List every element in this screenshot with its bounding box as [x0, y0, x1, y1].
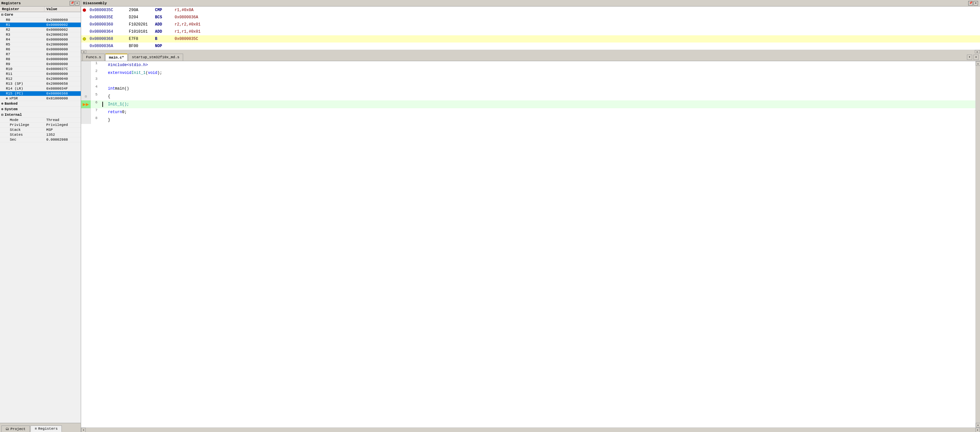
disasm-addr-2: 0x0800035E — [88, 15, 127, 20]
expand-core-icon: ⊟ — [1, 13, 3, 17]
disasm-addr-1: 0x0800035C — [88, 8, 127, 13]
disasm-row-4[interactable]: 0x08000364 F1010101 ADD r1,r1,#0x01 — [81, 28, 980, 35]
expand-system-icon: ⊕ — [1, 108, 3, 111]
tab-main-c-label: main.c* — [109, 56, 124, 59]
reg-r10[interactable]: R100x0800037C — [0, 67, 81, 72]
reg-r9[interactable]: R90x00000000 — [0, 62, 81, 67]
disasm-row-5[interactable]: 0x08000368 E7F8 B 0x0800035C — [81, 35, 980, 43]
disasm-row-3[interactable]: 0x08000360 F1020201 ADD r2,r2,#0x01 — [81, 21, 980, 28]
tab-registers[interactable]: ≡ Registers — [30, 426, 62, 432]
reg-r4[interactable]: R40x00000000 — [0, 37, 81, 42]
reg-r1-name: R1 — [0, 22, 45, 27]
group-internal-label: Internal — [5, 113, 22, 117]
reg-stack[interactable]: StackMSP — [0, 128, 81, 132]
editor-scroll-right[interactable]: ▸ — [975, 428, 980, 432]
reg-r12-name: R12 — [0, 77, 45, 81]
reg-r0-value: 0x20000060 — [45, 18, 81, 22]
reg-r8-value: 0x00000000 — [45, 57, 81, 62]
reg-r6-value: 0x00000000 — [45, 47, 81, 52]
reg-r11[interactable]: R110x00000000 — [0, 72, 81, 77]
cursor-indicator — [102, 102, 103, 107]
editor-scroll-left[interactable]: ◂ — [81, 428, 86, 432]
tab-bar-controls: ▾ ✕ — [967, 54, 979, 60]
v-scroll-track[interactable] — [976, 66, 980, 423]
reg-r3-value: 0x20000260 — [45, 32, 81, 37]
reg-r3[interactable]: R30x20000260 — [0, 32, 81, 37]
line-2-void: void — [122, 71, 132, 75]
disasm-bytes-1: 290A — [127, 8, 153, 13]
line-gutter-8 — [81, 116, 91, 124]
editor-tabs-bar: Funcs.s main.c* startup_stm32f10x_md.s ▾… — [81, 53, 980, 61]
reg-sec[interactable]: Sec0.00002988 — [0, 137, 81, 142]
reg-r12[interactable]: R120x20000040 — [0, 77, 81, 81]
disasm-addr-4: 0x08000364 — [88, 29, 127, 34]
group-internal[interactable]: ⊟Internal — [0, 112, 81, 118]
right-panel: Disassembly 📌 ✕ 0x0800035C 290A CMP r1,#… — [81, 0, 980, 432]
reg-r14[interactable]: R14 (LR)0x0800034F — [0, 86, 81, 91]
reg-r0[interactable]: R00x20000060 — [0, 18, 81, 22]
reg-r2-value: 0x00000002 — [45, 27, 81, 32]
code-area[interactable]: 1 #include<stdio.h> 2 extern void — [81, 61, 975, 427]
reg-states[interactable]: States1352 — [0, 132, 81, 137]
reg-r5[interactable]: R50x20000000 — [0, 42, 81, 47]
tab-startup[interactable]: startup_stm32f10x_md.s — [128, 54, 183, 61]
line-content-3 — [105, 77, 975, 85]
group-banked[interactable]: ⊕Banked — [0, 101, 81, 107]
reg-xpsr-name: ⊕xPSR — [0, 96, 45, 101]
pin-button[interactable]: 📌 — [70, 1, 74, 6]
line-num-5: 5 — [91, 92, 99, 100]
reg-mode[interactable]: ModeThread — [0, 118, 81, 123]
line-content-6: Init_1(); — [105, 100, 975, 108]
disasm-pin-button[interactable]: 📌 — [968, 1, 973, 6]
disassembly-section: Disassembly 📌 ✕ 0x0800035C 290A CMP r1,#… — [81, 0, 980, 53]
reg-r2[interactable]: R20x00000002 — [0, 27, 81, 32]
group-system[interactable]: ⊕System — [0, 107, 81, 112]
disasm-operands-2: 0x0800036A — [173, 15, 200, 20]
editor-hscroll-track[interactable] — [86, 428, 975, 432]
tab-funcs-s[interactable]: Funcs.s — [83, 54, 105, 61]
breakpoint-icon-1 — [83, 8, 86, 12]
line-gutter-1 — [81, 61, 91, 69]
v-scroll-up[interactable]: ▴ — [976, 61, 980, 66]
reg-r6[interactable]: R60x00000000 — [0, 47, 81, 52]
reg-r15[interactable]: R15 (PC)0x08000368 — [0, 91, 81, 96]
disasm-row-1[interactable]: 0x0800035C 290A CMP r1,#0x0A — [81, 6, 980, 14]
line-gutter2-1 — [99, 61, 105, 69]
reg-r7[interactable]: R70x00000000 — [0, 52, 81, 57]
col-register: Register — [0, 6, 45, 12]
reg-r7-name: R7 — [0, 52, 45, 57]
reg-r8[interactable]: R80x00000000 — [0, 57, 81, 62]
tab-main-c[interactable]: main.c* — [105, 54, 127, 61]
reg-r13[interactable]: R13 (SP)0x20000658 — [0, 81, 81, 86]
reg-r6-name: R6 — [0, 47, 45, 52]
line-gutter2-4 — [99, 85, 105, 92]
tab-project[interactable]: 🗂 Project — [1, 426, 30, 432]
titlebar-buttons: 📌 ✕ — [70, 1, 80, 6]
line-2-func: Init_1 — [132, 71, 145, 75]
close-button[interactable]: ✕ — [75, 1, 80, 6]
group-core[interactable]: ⊟Core — [0, 12, 81, 18]
disasm-hscrollbar[interactable] — [86, 50, 975, 53]
line-gutter-6: ▶▶ — [81, 100, 91, 108]
disasm-close-button[interactable]: ✕ — [974, 1, 978, 6]
disasm-scroll-left[interactable]: ◂ — [81, 50, 86, 53]
disassembly-controls: 📌 ✕ — [968, 1, 978, 6]
disasm-scroll-right[interactable]: ▸ — [975, 50, 980, 53]
fold-icon-5[interactable]: ⊟ — [85, 94, 87, 99]
tab-dropdown-button[interactable]: ▾ — [967, 54, 972, 60]
registers-panel: Registers 📌 ✕ Register Value ⊟Core — [0, 0, 81, 432]
reg-r5-name: R5 — [0, 42, 45, 47]
reg-r1[interactable]: R10x00000002 — [0, 22, 81, 27]
disasm-mnemonic-5: B — [153, 37, 173, 41]
col-value: Value — [45, 6, 81, 12]
reg-xpsr[interactable]: ⊕xPSR0x81000000 — [0, 96, 81, 101]
v-scroll-down[interactable]: ▾ — [976, 423, 980, 427]
reg-privilege[interactable]: PrivilegePrivileged — [0, 123, 81, 128]
disasm-bytes-4: F1010101 — [127, 29, 153, 34]
tab-close-button[interactable]: ✕ — [974, 54, 979, 60]
reg-r13-value: 0x20000658 — [45, 81, 81, 86]
code-line-8: 8 } — [81, 116, 975, 124]
disasm-row-6[interactable]: 0x0800036A BF00 NOP — [81, 43, 980, 50]
disasm-row-2[interactable]: 0x0800035E D204 BCS 0x0800036A — [81, 14, 980, 21]
reg-r10-value: 0x0800037C — [45, 67, 81, 72]
